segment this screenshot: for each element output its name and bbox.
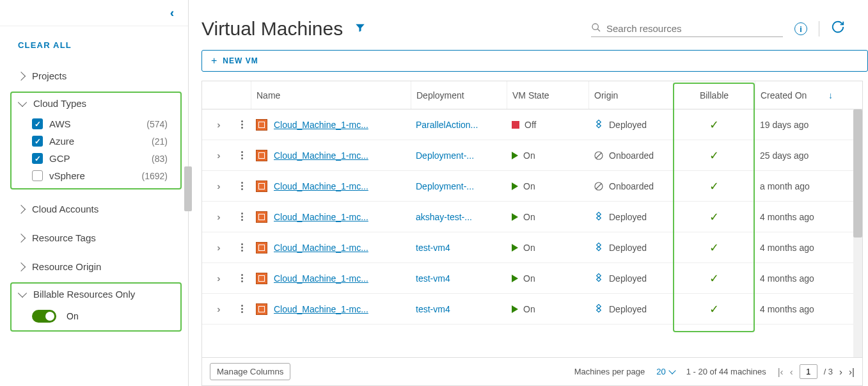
page-title: Virtual Machines [201,18,343,40]
page-prev-button[interactable]: ‹ [790,366,793,377]
origin-icon [594,304,604,314]
page-input[interactable] [800,364,817,379]
deployment-link[interactable]: akshay-test-... [416,212,472,222]
state-icon [512,182,518,190]
col-created-on[interactable]: Created On ↓ [755,81,852,109]
row-menu-icon[interactable] [241,305,243,313]
vm-name-link[interactable]: Cloud_Machine_1-mc... [274,150,368,161]
cloud-type-count: (21) [152,136,168,147]
per-page-select[interactable]: 20 [656,367,674,376]
vm-name-link[interactable]: Cloud_Machine_1-mc... [274,212,368,222]
vm-name-link[interactable]: Cloud_Machine_1-mc... [274,273,368,284]
expand-row-icon[interactable]: ›› [217,243,217,253]
search-input[interactable] [606,20,783,36]
checkbox[interactable]: ✓ [32,153,43,164]
expand-row-icon[interactable]: ›› [217,181,217,191]
search-icon [591,22,601,35]
deployment-link[interactable]: Deployment-... [416,181,474,191]
row-menu-icon[interactable] [241,274,243,282]
filter-resource-origin[interactable]: Resource Origin [0,256,188,277]
table-row: ›› Cloud_Machine_1-mc... akshay-test-...… [202,202,862,232]
chevron-right-icon [17,204,26,213]
per-page-label: Machines per page [574,367,645,376]
new-vm-label: NEW VM [223,56,258,65]
expand-row-icon[interactable]: ›› [217,273,217,284]
deployment-link[interactable]: test-vm4 [416,243,450,253]
row-menu-icon[interactable] [241,213,243,221]
filter-billable[interactable]: Billable Resources Only [12,284,180,305]
vm-name-link[interactable]: Cloud_Machine_1-mc... [274,304,368,314]
expand-row-icon[interactable]: ›› [217,150,217,161]
expand-row-icon[interactable]: ›› [217,120,217,130]
origin-label: Deployed [609,212,647,222]
cloud-type-item[interactable]: ✓ AWS (574) [12,115,180,133]
check-icon: ✓ [709,149,719,163]
cloud-type-item[interactable]: ✓ Azure (21) [12,133,180,150]
col-deployment[interactable]: Deployment [411,81,507,109]
created-label: 4 months ago [760,212,814,222]
clear-all-button[interactable]: CLEAR ALL [0,26,188,61]
cloud-type-item[interactable]: vSphere (1692) [12,167,180,184]
plus-icon: + [211,55,217,67]
col-billable[interactable]: Billable [673,81,755,109]
col-name[interactable]: Name [251,81,411,109]
checkbox[interactable]: ✓ [32,118,43,129]
vm-name-link[interactable]: Cloud_Machine_1-mc... [274,120,368,130]
chevron-right-icon [17,262,26,271]
divider [819,21,819,36]
deployment-link[interactable]: Deployment-... [416,150,474,161]
chevron-down-icon [18,288,27,297]
filter-cloud-types[interactable]: Cloud Types [12,93,180,114]
manage-columns-button[interactable]: Manage Columns [210,363,290,380]
main: Virtual Machines i + NEW VM [189,0,868,386]
filter-label: Cloud Accounts [32,204,99,214]
checkbox[interactable] [32,170,43,181]
state-icon [512,275,518,282]
check-icon: ✓ [709,179,719,193]
page-first-button[interactable]: |‹ [778,366,784,377]
cloud-type-count: (574) [146,119,168,129]
origin-label: Deployed [609,120,647,130]
created-label: 4 months ago [760,304,814,314]
row-menu-icon[interactable] [241,151,243,159]
vm-name-link[interactable]: Cloud_Machine_1-mc... [274,181,368,191]
vm-icon [256,211,267,223]
cloud-type-item[interactable]: ✓ GCP (83) [12,150,180,167]
row-menu-icon[interactable] [241,182,243,190]
cloud-type-label: Azure [49,136,152,147]
svg-point-0 [592,24,598,29]
table-scrollbar[interactable] [853,109,862,357]
row-menu-icon[interactable] [241,243,243,252]
info-icon[interactable]: i [794,22,807,35]
origin-label: Deployed [609,273,647,284]
cloud-type-label: GCP [49,153,152,164]
deployment-link[interactable]: test-vm4 [416,273,450,284]
expand-row-icon[interactable]: ›› [217,212,217,222]
filter-cloud-accounts[interactable]: Cloud Accounts [0,198,188,220]
search-wrap [591,20,783,37]
sidebar: ‹‹ CLEAR ALL Projects Cloud Types ✓ AWS … [0,0,189,386]
expand-row-icon[interactable]: ›› [217,304,217,314]
chevron-down-icon [18,97,27,106]
filter-projects[interactable]: Projects [0,65,188,86]
state-label: On [523,150,535,161]
col-vm-state[interactable]: VM State [507,81,588,109]
row-menu-icon[interactable] [241,120,243,129]
vm-name-link[interactable]: Cloud_Machine_1-mc... [274,243,368,253]
new-vm-button[interactable]: + NEW VM [201,50,868,72]
range-text: 1 - 20 of 44 machines [686,367,766,376]
refresh-icon[interactable] [831,20,845,38]
deployment-link[interactable]: ParallelAction... [416,120,478,130]
checkbox[interactable]: ✓ [32,136,43,147]
page-next-button[interactable]: › [839,366,842,377]
svg-line-7 [596,184,601,189]
page-last-button[interactable]: ›| [849,366,855,377]
origin-icon [594,150,604,161]
filter-resource-tags[interactable]: Resource Tags [0,227,188,248]
deployment-link[interactable]: test-vm4 [416,304,450,314]
created-label: 19 days ago [760,120,809,130]
col-origin[interactable]: Origin [588,81,673,109]
svg-line-5 [596,153,601,158]
filter-icon[interactable] [354,22,366,36]
billable-toggle[interactable] [32,310,56,323]
